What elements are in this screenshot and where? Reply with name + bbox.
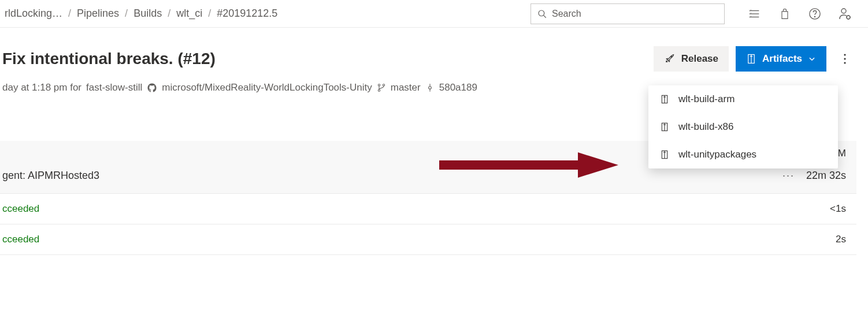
- artifact-icon: [746, 53, 756, 65]
- artifact-icon: [660, 149, 669, 160]
- svg-point-20: [378, 84, 380, 86]
- rocket-icon: [664, 53, 676, 65]
- search-input[interactable]: [552, 9, 718, 19]
- meta-time: day at 1:18 pm for: [2, 82, 81, 93]
- branch-icon: [377, 83, 386, 93]
- agent-label: gent: AIPMRHosted3: [2, 170, 782, 182]
- artifact-icon: [660, 121, 669, 133]
- agent-more-button[interactable]: ···: [782, 170, 795, 182]
- step-duration: 2s: [836, 234, 846, 245]
- more-actions-button[interactable]: [833, 46, 856, 72]
- artifact-label: wlt-build-arm: [678, 93, 735, 105]
- agent-duration: 22m 32s: [806, 170, 846, 182]
- artifact-item[interactable]: wlt-unitypackages: [648, 141, 838, 168]
- artifacts-label: Artifacts: [762, 53, 802, 65]
- svg-point-6: [814, 16, 815, 17]
- meta-commit[interactable]: 580a189: [439, 82, 477, 93]
- marketplace-icon[interactable]: [778, 7, 792, 21]
- breadcrumb-item[interactable]: rldLocking…: [5, 8, 62, 20]
- svg-point-17: [844, 54, 845, 55]
- meta-repo[interactable]: microsoft/MixedReality-WorldLockingTools…: [162, 82, 372, 93]
- artifact-label: wlt-build-x86: [678, 121, 733, 133]
- search-icon: [537, 9, 547, 19]
- release-button[interactable]: Release: [654, 46, 729, 72]
- step-status: cceeded: [2, 234, 836, 245]
- github-icon: [147, 83, 157, 93]
- list-icon[interactable]: [748, 7, 762, 21]
- svg-point-19: [844, 62, 845, 63]
- meta-branch[interactable]: master: [391, 82, 421, 93]
- step-row[interactable]: cceeded 2s: [0, 224, 856, 255]
- step-row[interactable]: cceeded <1s: [0, 194, 856, 224]
- step-status: cceeded: [2, 203, 830, 215]
- search-box[interactable]: [531, 3, 725, 24]
- breadcrumb-sep: /: [123, 8, 130, 20]
- artifact-item[interactable]: wlt-build-x86: [648, 113, 838, 141]
- top-actions: [748, 7, 852, 21]
- help-icon[interactable]: [808, 7, 822, 21]
- commit-icon: [425, 83, 435, 93]
- breadcrumb: rldLocking… / Pipelines / Builds / wlt_c…: [5, 8, 531, 20]
- meta-user[interactable]: fast-slow-still: [86, 82, 142, 93]
- svg-point-21: [383, 84, 384, 86]
- user-settings-icon[interactable]: [838, 7, 852, 21]
- title-row: Fix intentional breaks. (#12) Release Ar…: [0, 46, 856, 72]
- annotation-arrow: [439, 148, 624, 182]
- artifact-icon: [660, 93, 669, 105]
- svg-point-0: [539, 10, 544, 16]
- svg-line-1: [544, 15, 546, 17]
- breadcrumb-item[interactable]: Builds: [133, 8, 162, 20]
- top-bar: rldLocking… / Pipelines / Builds / wlt_c…: [0, 0, 868, 28]
- svg-point-18: [844, 58, 845, 59]
- artifact-label: wlt-unitypackages: [678, 149, 756, 160]
- step-duration: <1s: [830, 203, 846, 215]
- breadcrumb-sep: /: [206, 8, 213, 20]
- breadcrumb-sep: /: [66, 8, 73, 20]
- breadcrumb-sep: /: [165, 8, 173, 20]
- kebab-icon: [843, 53, 847, 65]
- artifacts-button[interactable]: Artifacts: [736, 46, 826, 72]
- breadcrumb-item[interactable]: Pipelines: [77, 8, 119, 20]
- svg-point-8: [847, 16, 850, 19]
- artifacts-dropdown: wlt-build-arm wlt-build-x86 wlt-unitypac…: [648, 85, 838, 168]
- release-label: Release: [681, 53, 718, 65]
- breadcrumb-item[interactable]: #20191212.5: [217, 8, 277, 20]
- svg-point-22: [378, 89, 380, 91]
- chevron-down-icon: [808, 55, 816, 63]
- svg-point-7: [841, 9, 846, 13]
- action-buttons: Release Artifacts: [654, 46, 856, 72]
- svg-point-13: [671, 56, 672, 57]
- page-title: Fix intentional breaks. (#12): [2, 50, 654, 68]
- breadcrumb-item[interactable]: wlt_ci: [176, 8, 202, 20]
- artifact-item[interactable]: wlt-build-arm: [648, 85, 838, 113]
- svg-point-23: [428, 87, 431, 89]
